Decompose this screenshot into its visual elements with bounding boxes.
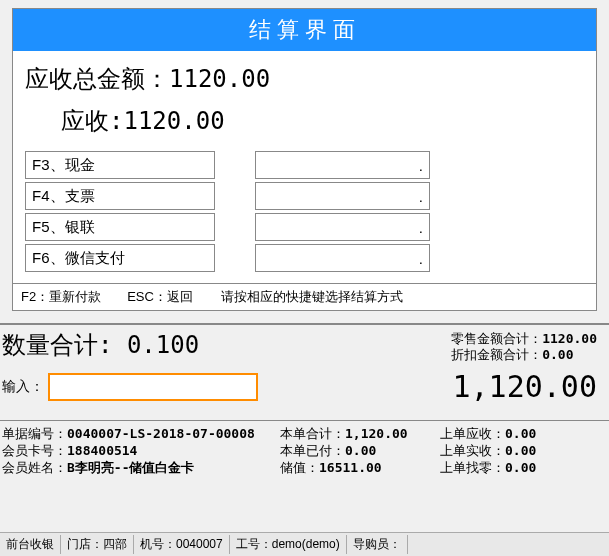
input-row: 输入： 1,120.00	[0, 363, 609, 404]
status-machine: 机号：0040007	[134, 535, 230, 554]
payment-input-cheque[interactable]	[255, 182, 430, 210]
member-name-label: 会员姓名：	[2, 460, 67, 475]
discount-label: 折扣金额合计：	[451, 347, 542, 362]
payment-label-wechat: F6、微信支付	[25, 244, 215, 272]
retail-label: 零售金额合计：	[451, 331, 542, 346]
receivable-label: 应收:	[61, 107, 123, 135]
prev-actual-label: 上单实收：	[440, 443, 505, 458]
this-paid-label: 本单已付：	[280, 443, 345, 458]
payment-input-unionpay[interactable]	[255, 213, 430, 241]
prev-change-label: 上单找零：	[440, 460, 505, 475]
prev-recv-value: 0.00	[505, 426, 536, 441]
footer-hint-left: F2：重新付款 ESC：返回	[21, 288, 221, 306]
prev-change-value: 0.00	[505, 460, 536, 475]
summary-right: 零售金额合计：1120.00 折扣金额合计：0.00	[451, 329, 597, 363]
this-total-label: 本单合计：	[280, 426, 345, 441]
payment-input-wechat[interactable]	[255, 244, 430, 272]
qty-label: 数量合计:	[2, 331, 112, 359]
card-no-label: 会员卡号：	[2, 443, 67, 458]
totals-row: 数量合计: 0.100 零售金额合计：1120.00 折扣金额合计：0.00	[0, 325, 609, 363]
doc-no-label: 单据编号：	[2, 426, 67, 441]
stored-value: 16511.00	[319, 460, 382, 475]
receivable-row: 应收:1120.00	[25, 105, 584, 137]
status-operator: 工号：demo(demo)	[230, 535, 347, 554]
prev-actual-value: 0.00	[505, 443, 536, 458]
prev-recv-label: 上单应收：	[440, 426, 505, 441]
card-no-value: 188400514	[67, 443, 137, 458]
payment-label-cheque: F4、支票	[25, 182, 215, 210]
stored-label: 储值：	[280, 460, 319, 475]
settlement-panel: 结算界面 应收总金额：1120.00 应收:1120.00 F3、现金 F4、支…	[12, 8, 597, 311]
panel-title: 结算界面	[13, 9, 596, 51]
status-bar: 前台收银 门店：四部 机号：0040007 工号：demo(demo) 导购员：	[0, 532, 609, 556]
member-name-value: B李明亮--储值白金卡	[67, 460, 194, 475]
total-receivable-row: 应收总金额：1120.00	[25, 63, 584, 95]
grand-total: 1,120.00	[258, 369, 597, 404]
status-store: 门店：四部	[61, 535, 134, 554]
qty-total: 数量合计: 0.100	[2, 329, 451, 361]
payment-row-unionpay: F5、银联	[25, 213, 584, 241]
receivable-value: 1120.00	[123, 107, 224, 135]
amount-section: 应收总金额：1120.00 应收:1120.00	[13, 51, 596, 151]
payment-label-unionpay: F5、银联	[25, 213, 215, 241]
status-sales: 导购员：	[347, 535, 408, 554]
payment-row-wechat: F6、微信支付	[25, 244, 584, 272]
main-input[interactable]	[48, 373, 258, 401]
this-total-value: 1,120.00	[345, 426, 408, 441]
qty-value: 0.100	[127, 331, 199, 359]
order-info: 单据编号：0040007-LS-2018-07-00008 本单合计：1,120…	[0, 421, 609, 476]
footer-hint-right: 请按相应的快捷键选择结算方式	[221, 288, 588, 306]
discount-value: 0.00	[542, 347, 573, 362]
payment-label-cash: F3、现金	[25, 151, 215, 179]
retail-value: 1120.00	[542, 331, 597, 346]
doc-no-value: 0040007-LS-2018-07-00008	[67, 426, 255, 441]
this-paid-value: 0.00	[345, 443, 376, 458]
payment-row-cheque: F4、支票	[25, 182, 584, 210]
status-mode: 前台收银	[0, 535, 61, 554]
payment-row-cash: F3、现金	[25, 151, 584, 179]
payment-methods: F3、现金 F4、支票 F5、银联 F6、微信支付	[13, 151, 596, 283]
input-label: 输入：	[2, 378, 44, 396]
total-receivable-value: 1120.00	[169, 65, 270, 93]
panel-footer: F2：重新付款 ESC：返回 请按相应的快捷键选择结算方式	[13, 283, 596, 310]
total-receivable-label: 应收总金额：	[25, 65, 169, 93]
payment-input-cash[interactable]	[255, 151, 430, 179]
